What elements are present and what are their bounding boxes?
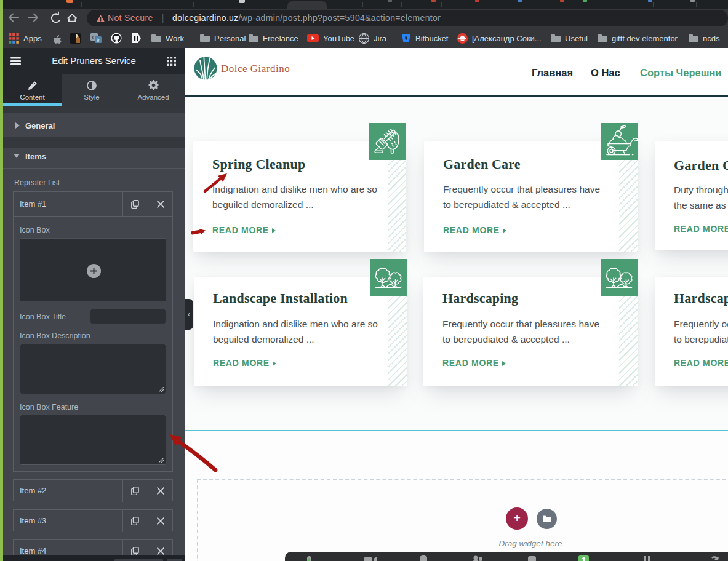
svg-text:文: 文 (96, 38, 101, 43)
